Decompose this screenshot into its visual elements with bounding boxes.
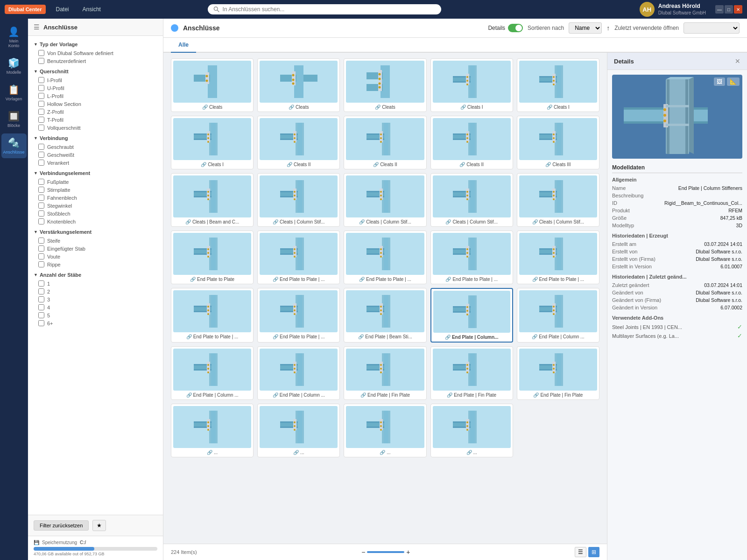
checkbox-eingefuegt[interactable] [38,245,44,252]
checkbox-geschweisst[interactable] [38,152,44,158]
zoom-out-icon[interactable]: − [361,548,365,556]
filter-item-stegwinkel[interactable]: Stegwinkel [28,202,163,210]
filter-reset-button[interactable]: Filter zurücksetzen [34,520,89,531]
grid-item[interactable]: 🔗Cleats | Column Stif... [344,173,426,227]
filter-item-1[interactable]: 1 [28,280,163,287]
grid-item[interactable]: 🔗Cleats I [171,116,254,169]
grid-item[interactable]: 🔗End Plate to Plate | ... [344,231,426,284]
sort-select[interactable]: Name [569,22,602,34]
checkbox-6plus[interactable] [38,320,44,326]
filter-item-eingefuegt[interactable]: Eingefügter Stab [28,245,163,252]
grid-item[interactable]: 🔗End Plate to Plate [171,231,254,284]
filter-item-stirnplatte[interactable]: Stirnplatte [28,186,163,194]
grid-item[interactable]: 🔗... [257,404,340,457]
filter-item-benutzer[interactable]: Benutzerdefiniert [28,57,163,65]
checkbox-verankert[interactable] [38,160,44,166]
checkbox-voute[interactable] [38,253,44,259]
grid-item[interactable]: 🔗End Plate | Fin Plate [430,346,513,400]
filter-item-geschraubt[interactable]: Geschraubt [28,143,163,151]
checkbox-fahnenblech[interactable] [38,195,44,201]
grid-item[interactable]: 🔗Cleats [344,58,426,112]
menu-datei[interactable]: Datei [50,4,75,14]
grid-item[interactable]: 🔗Cleats | Column Stif... [257,173,340,227]
checkbox-stegwinkel[interactable] [38,203,44,209]
checkbox-stirnplatte[interactable] [38,187,44,193]
sidebar-item-bloecke[interactable]: 🔲 Blöcke [1,107,27,132]
grid-item[interactable]: 🔗Cleats | Column Stif... [430,173,513,227]
sidebar-item-mein-konto[interactable]: 👤 Mein Konto [1,22,27,52]
grid-item[interactable]: 🔗End Plate | Fin Plate [517,346,599,400]
grid-item[interactable]: 🔗End Plate | Column ... [171,346,254,400]
filter-item-u-profil[interactable]: U-Profil [28,84,163,92]
grid-view-button[interactable]: ⊞ [588,547,599,557]
grid-item[interactable]: 🔗End Plate | Column ... [517,288,599,343]
checkbox-2[interactable] [38,288,44,294]
checkbox-fussplatte[interactable] [38,179,44,185]
filter-item-t-profil[interactable]: T-Profil [28,116,163,124]
preview-3d-button[interactable]: 📐 [727,77,740,86]
filter-item-vollquer[interactable]: Vollquerschnitt [28,124,163,132]
grid-item[interactable]: 🔗End Plate | Column... [430,288,513,343]
filter-item-stosblech[interactable]: Stoßblech [28,210,163,217]
recent-select[interactable] [684,22,740,34]
zoom-slider[interactable] [367,551,404,553]
list-view-button[interactable]: ☰ [575,547,586,557]
grid-item[interactable]: 🔗... [430,404,513,457]
win-maximize[interactable]: □ [725,5,733,14]
filter-item-hollow[interactable]: Hollow Section [28,100,163,108]
grid-item[interactable]: 🔗End Plate to Plate | ... [517,231,599,284]
grid-item[interactable]: 🔗End Plate to Plate | ... [257,288,340,343]
grid-item[interactable]: 🔗Cleats II [430,116,513,169]
checkbox-knotenblech[interactable] [38,218,44,224]
checkbox-i-profil[interactable] [38,77,44,83]
details-toggle-switch[interactable] [508,24,523,32]
grid-item[interactable]: 🔗Cleats I [517,58,599,112]
tab-alle[interactable]: Alle [171,38,196,53]
grid-item[interactable]: 🔗... [171,404,254,457]
filter-item-2[interactable]: 2 [28,287,163,295]
filter-item-4[interactable]: 4 [28,303,163,311]
grid-item[interactable]: 🔗End Plate | Beam Sti... [344,288,426,343]
sidebar-item-anschluesse[interactable]: 🔩 Anschlüsse [1,133,27,158]
checkbox-4[interactable] [38,304,44,310]
menu-ansicht[interactable]: Ansicht [77,4,106,14]
checkbox-1[interactable] [38,280,44,287]
filter-section-anzahl-header[interactable]: ▼ Anzahl der Stäbe [28,270,163,280]
filter-item-5[interactable]: 5 [28,311,163,319]
filter-item-6plus[interactable]: 6+ [28,319,163,327]
win-close[interactable]: ✕ [734,5,742,14]
filter-item-knotenblech[interactable]: Knotenblech [28,217,163,225]
filter-section-quer-header[interactable]: ▼ Querschnitt [28,67,163,76]
filter-item-z-profil[interactable]: Z-Profil [28,108,163,116]
checkbox-steife[interactable] [38,238,44,244]
checkbox-z-profil[interactable] [38,109,44,115]
filter-section-verbindung-header[interactable]: ▼ Verbindung [28,133,163,143]
star-button[interactable]: ★ [92,520,106,531]
checkbox-l-profil[interactable] [38,93,44,99]
filter-item-fussplatte[interactable]: Fußplatte [28,178,163,186]
grid-item[interactable]: 🔗Cleats II [344,116,426,169]
checkbox-stosblech[interactable] [38,210,44,217]
filter-section-typ-header[interactable]: ▼ Typ der Vorlage [28,40,163,49]
grid-item[interactable]: 🔗End Plate | Column ... [257,346,340,400]
checkbox-t-profil[interactable] [38,117,44,123]
preview-2d-button[interactable]: 🖼 [714,77,725,86]
checkbox-3[interactable] [38,296,44,302]
checkbox-geschraubt[interactable] [38,144,44,150]
grid-item[interactable]: 🔗Cleats III [517,116,599,169]
sort-arrow-icon[interactable]: ↑ [606,24,610,32]
checkbox-rippe[interactable] [38,261,44,267]
grid-item[interactable]: 🔗End Plate to Plate | ... [171,288,254,343]
filter-item-steife[interactable]: Steife [28,237,163,245]
grid-item[interactable]: 🔗Cleats II [257,116,340,169]
sidebar-item-modelle[interactable]: 🧊 Modelle [1,54,27,78]
grid-item[interactable]: 🔗Cleats [257,58,340,112]
filter-item-l-profil[interactable]: L-Profil [28,92,163,100]
grid-item[interactable]: 🔗End Plate | Fin Plate [344,346,426,400]
filter-item-geschweisst[interactable]: Geschweißt [28,151,163,159]
grid-item[interactable]: 🔗Cleats I [430,58,513,112]
checkbox-hollow[interactable] [38,101,44,107]
grid-item[interactable]: 🔗End Plate to Plate | ... [430,231,513,284]
filter-item-verankert[interactable]: Verankert [28,159,163,167]
filter-item-fahnenblech[interactable]: Fahnenblech [28,194,163,202]
